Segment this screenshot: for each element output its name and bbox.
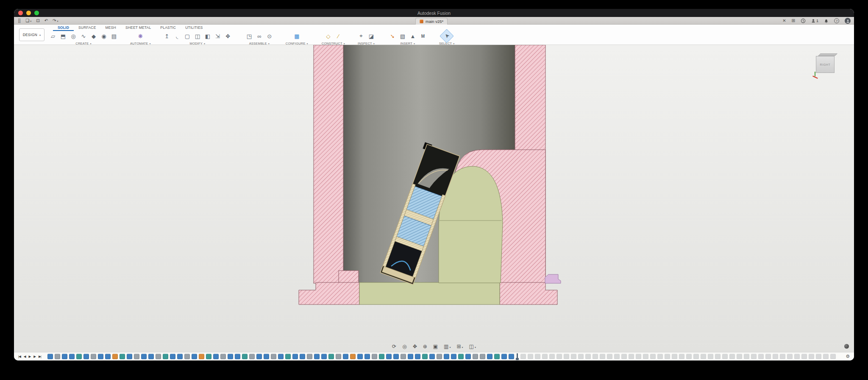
select-cursor-icon[interactable]: ➤ (440, 29, 454, 43)
timeline-settings-gear-icon[interactable]: ⚙ (846, 354, 850, 359)
timeline-feature-icon[interactable] (292, 354, 298, 359)
look-at-icon[interactable]: ◎ (402, 344, 406, 349)
timeline-feature-icon[interactable] (163, 354, 168, 359)
timeline-feature-icon-suppressed[interactable] (701, 354, 706, 359)
viewports-icon[interactable]: ◫ (469, 344, 476, 349)
timeline-feature-icon-suppressed[interactable] (549, 354, 555, 359)
seal-part[interactable] (545, 274, 561, 283)
model-section-view[interactable] (14, 45, 854, 352)
timeline-feature-icon-suppressed[interactable] (556, 354, 562, 359)
timeline-position-marker[interactable] (517, 353, 518, 360)
timeline-feature-icon[interactable] (98, 354, 103, 359)
housing-lip[interactable] (339, 271, 359, 283)
timeline-feature-icon-suppressed[interactable] (715, 354, 721, 359)
ribbon-tab-surface[interactable]: SURFACE (74, 25, 101, 31)
viewcube[interactable]: RIGHT (816, 53, 835, 75)
timeline-feature-icon[interactable] (364, 354, 370, 359)
timeline-feature-icon[interactable] (285, 354, 291, 359)
timeline-feature-icon-suppressed[interactable] (665, 354, 670, 359)
hole-icon[interactable]: ◉ (99, 31, 109, 41)
timeline-feature-icon-suppressed[interactable] (520, 354, 526, 359)
timeline-feature-icon-suppressed[interactable] (693, 354, 699, 359)
timeline-feature-icon[interactable] (127, 354, 132, 359)
timeline-feature-icon-suppressed[interactable] (679, 354, 684, 359)
timeline-feature-icon-suppressed[interactable] (578, 354, 584, 359)
ribbon-tab-utilities[interactable]: UTILITIES (181, 25, 207, 31)
timeline-feature-icon[interactable] (220, 354, 226, 359)
timeline-feature-icon[interactable] (278, 354, 284, 359)
timeline-feature-icon-suppressed[interactable] (636, 354, 641, 359)
timeline-feature-icon[interactable] (76, 354, 82, 359)
timeline-feature-icon[interactable] (415, 354, 420, 359)
revolve-icon[interactable]: ◎ (68, 31, 78, 41)
pattern-icon[interactable]: ▤ (109, 31, 119, 41)
housing-left-wall[interactable] (314, 45, 343, 283)
timeline-feature-icon-suppressed[interactable] (737, 354, 742, 359)
timeline-feature-icon[interactable] (249, 354, 255, 359)
timeline-feature-icon-suppressed[interactable] (744, 354, 749, 359)
timeline-feature-icon[interactable] (192, 354, 197, 359)
timeline-feature-icon[interactable] (112, 354, 118, 359)
document-tab[interactable]: main v25* (415, 18, 448, 25)
ribbon-tab-plastic[interactable]: PLASTIC (156, 25, 181, 31)
timeline-goto-end-button[interactable]: ▶| (39, 355, 41, 358)
timeline-feature-icon[interactable] (242, 354, 248, 359)
timeline-feature-icon[interactable] (199, 354, 204, 359)
timeline-feature-icon-suppressed[interactable] (773, 354, 778, 359)
timeline-feature-icon[interactable] (105, 354, 111, 359)
automate-icon[interactable]: ❋ (135, 31, 145, 41)
timeline-feature-icon[interactable] (444, 354, 449, 359)
timeline-feature-icon[interactable] (372, 354, 377, 359)
timeline-feature-icon[interactable] (206, 354, 211, 359)
timeline-feature-icon-suppressed[interactable] (593, 354, 598, 359)
timeline-feature-icon[interactable] (480, 354, 485, 359)
close-window-button[interactable] (18, 11, 23, 15)
workspace-selector-button[interactable]: DESIGN (19, 28, 45, 41)
timeline-play-button[interactable]: ▶ (29, 355, 31, 358)
zoom-icon[interactable]: ⊕ (423, 344, 427, 349)
timeline-feature-icon[interactable] (437, 354, 442, 359)
timeline-feature-icon[interactable] (83, 354, 89, 359)
ribbon-tab-mesh[interactable]: MESH (101, 25, 121, 31)
timeline-feature-icon[interactable] (170, 354, 175, 359)
section-analysis-icon[interactable]: ◪ (366, 31, 376, 41)
timeline-feature-icon[interactable] (120, 354, 125, 359)
timeline-feature-icon-suppressed[interactable] (528, 354, 533, 359)
online-status-icon[interactable] (844, 344, 849, 349)
file-menu-icon[interactable]: ❏ (25, 19, 31, 23)
extensions-icon[interactable]: ⊞ (792, 19, 795, 23)
timeline-feature-icon[interactable] (343, 354, 348, 359)
timeline-feature-icon-suppressed[interactable] (657, 354, 663, 359)
base-slab[interactable] (359, 282, 500, 305)
insert-mcmaster-icon[interactable]: M (418, 31, 428, 41)
save-icon[interactable]: ⊡ (36, 19, 39, 23)
timeline-feature-icon[interactable] (228, 354, 233, 359)
timeline-feature-icon[interactable] (156, 354, 161, 359)
timeline-feature-icon[interactable] (91, 354, 96, 359)
timeline-feature-icon[interactable] (379, 354, 384, 359)
decal-icon[interactable]: ▧ (398, 31, 408, 41)
timeline-feature-icon[interactable] (487, 354, 492, 359)
timeline-feature-icon[interactable] (264, 354, 269, 359)
timeline-feature-icon-suppressed[interactable] (564, 354, 569, 359)
timeline-feature-icon-suppressed[interactable] (787, 354, 793, 359)
titlebar[interactable]: Autodesk Fusion (14, 9, 854, 17)
timeline-feature-icon-suppressed[interactable] (535, 354, 540, 359)
ribbon-tab-sheet-metal[interactable]: SHEET METAL (121, 25, 156, 31)
minimize-window-button[interactable] (26, 11, 31, 15)
timeline-feature-icon[interactable] (501, 354, 507, 359)
timeline-feature-icon-suppressed[interactable] (686, 354, 692, 359)
timeline-feature-icon[interactable] (213, 354, 219, 359)
timeline-feature-icon-suppressed[interactable] (542, 354, 548, 359)
notifications-bell-icon[interactable] (824, 19, 829, 23)
timeline-feature-icon[interactable] (473, 354, 478, 359)
loft-icon[interactable]: ◆ (89, 31, 99, 41)
insert-derive-icon[interactable]: ➘ (387, 31, 398, 41)
orbit-icon[interactable]: ⟳ (392, 344, 396, 349)
timeline-feature-icon-suppressed[interactable] (607, 354, 612, 359)
extrude-icon[interactable]: ⬒ (58, 31, 68, 41)
timeline-feature-icon[interactable] (256, 354, 262, 359)
timeline-feature-icon[interactable] (422, 354, 428, 359)
timeline-feature-icon-suppressed[interactable] (643, 354, 648, 359)
timeline-feature-icon-suppressed[interactable] (758, 354, 764, 359)
